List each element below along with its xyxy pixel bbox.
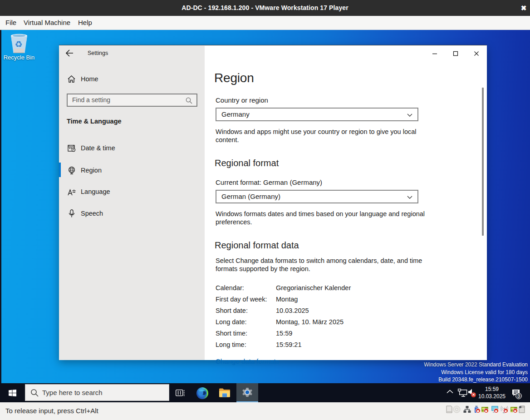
svg-text:♻: ♻: [15, 40, 22, 49]
